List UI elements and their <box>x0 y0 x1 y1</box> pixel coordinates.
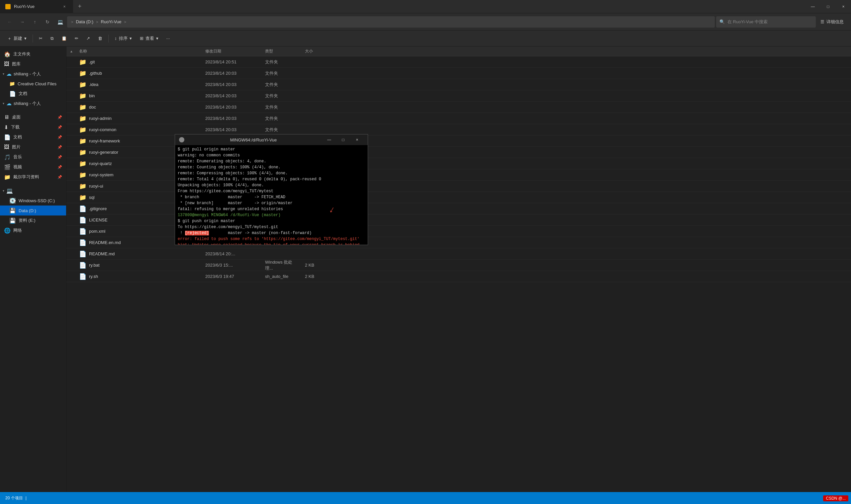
breadcrumb-ruoyi[interactable]: RuoYi-Vue <box>100 19 123 25</box>
file-type: 文件夹 <box>262 70 302 76</box>
table-row[interactable]: 📁 bin 2023/8/14 20:03 文件夹 <box>67 90 851 102</box>
sidebar-item-videos[interactable]: 🎬 视频 📌 <box>0 162 66 172</box>
sidebar-item-windows-ssd[interactable]: 💽 Windows-SSD (C:) <box>0 196 66 205</box>
terminal-minimize-button[interactable]: — <box>322 135 336 145</box>
table-row[interactable]: 📄 README.md 2023/8/14 20:... <box>67 248 851 259</box>
col-header-type[interactable]: 类型 <box>262 47 302 56</box>
table-row[interactable]: 📁 doc 2023/8/14 20:03 文件夹 <box>67 102 851 113</box>
sidebar-item-study[interactable]: 📁 戴尔学习资料 📌 <box>0 172 66 182</box>
computer-icon-button[interactable]: 💻 <box>54 16 66 28</box>
detail-label: 详细信息 <box>827 19 844 25</box>
terminal-close-button[interactable]: × <box>351 135 364 145</box>
new-button[interactable]: ＋ 新建 ▾ <box>4 33 30 44</box>
file-icon: 📁 <box>79 194 86 201</box>
terminal-window: MINGW64:/d/RuoYi-Vue — □ × $ git pull or… <box>175 134 368 245</box>
terminal-maximize-button[interactable]: □ <box>336 135 350 145</box>
sidebar-cloud2-section[interactable]: ▾ ☁ shiliang - 个人 <box>0 98 66 108</box>
sidebar-item-downloads[interactable]: ⬇ 下载 📌 <box>0 122 66 132</box>
status-bar: 20 个项目 | <box>0 492 851 504</box>
detail-button[interactable]: ☰ 详细信息 <box>817 17 847 27</box>
view-button[interactable]: ⊞ 查看 ▾ <box>137 33 162 44</box>
sidebar-item-documents[interactable]: 📄 文档 <box>0 89 66 98</box>
file-icon: 📄 <box>79 273 86 280</box>
docs-icon: 📄 <box>4 134 11 141</box>
sidebar-item-creative-cloud[interactable]: 📁 Creative Cloud Files <box>0 79 66 89</box>
sidebar-item-home[interactable]: 🏠 主文件夹 <box>0 49 66 59</box>
pin-icon-music: 📌 <box>57 155 62 159</box>
windows-ssd-label: Windows-SSD (C:) <box>19 198 55 203</box>
minimize-button[interactable]: — <box>805 0 820 13</box>
cut-button[interactable]: ✂ <box>36 33 46 44</box>
music-label: 音乐 <box>13 154 22 160</box>
rename-button[interactable]: ✏ <box>71 33 82 44</box>
file-name: 📁 .idea <box>76 81 202 88</box>
cut-icon: ✂ <box>39 36 42 41</box>
terminal-line: remote: Enumerating objects: 4, done. <box>178 158 365 164</box>
maximize-button[interactable]: □ <box>820 0 836 13</box>
sidebar-item-docs[interactable]: 📄 文档 📌 <box>0 132 66 142</box>
close-button[interactable]: × <box>836 0 851 13</box>
terminal-line: $ git pull origin master <box>178 146 365 152</box>
table-row[interactable]: 📁 ruoyi-admin 2023/8/14 20:03 文件夹 <box>67 113 851 124</box>
file-name-text: README.en.md <box>89 240 121 245</box>
videos-icon: 🎬 <box>4 164 11 170</box>
col-header-date[interactable]: 修改日期 <box>202 47 262 56</box>
file-icon: 📄 <box>79 216 86 224</box>
search-bar[interactable]: 🔍 在 RuoYi-Vue 中搜索 <box>716 16 816 28</box>
file-icon: 📁 <box>79 171 86 179</box>
forward-button[interactable]: → <box>17 16 28 28</box>
terminal-line: warning: no common commits <box>178 152 365 158</box>
table-row[interactable]: 📁 .git 2023/8/14 20:51 文件夹 <box>67 56 851 68</box>
file-type: sh_auto_file <box>262 274 302 279</box>
delete-button[interactable]: 🗑 <box>95 33 106 44</box>
table-row[interactable]: 📁 .github 2023/8/14 20:03 文件夹 <box>67 68 851 79</box>
table-row[interactable]: 📁 .idea 2023/8/14 20:03 文件夹 <box>67 79 851 90</box>
new-tab-button[interactable]: + <box>73 0 86 13</box>
file-list-header: ▲ 名称 修改日期 类型 大小 <box>67 47 851 56</box>
title-bar: RuoYi-Vue × + — □ × <box>0 0 851 13</box>
terminal-line: From https://gitee.com/mengyi_TUT/mytest <box>178 188 365 194</box>
table-row[interactable]: 📄 ry.bat 2023/6/3 15:... Windows 批处理... … <box>67 259 851 271</box>
more-button[interactable]: ··· <box>163 33 173 44</box>
sidebar-item-data-d[interactable]: 💾 Data (D:) <box>0 205 66 215</box>
file-icon: 📁 <box>79 81 86 88</box>
terminal-win-btns: — □ × <box>322 135 364 145</box>
sidebar-item-pictures[interactable]: 🖼 图片 📌 <box>0 142 66 152</box>
sidebar-item-music[interactable]: 🎵 音乐 📌 <box>0 152 66 162</box>
sort-button[interactable]: ↕ 排序 ▾ <box>111 33 135 44</box>
sidebar-this-pc-section[interactable]: ▾ 💻 <box>0 186 66 196</box>
terminal-line: fatal: refusing to merge unrelated histo… <box>178 206 365 212</box>
file-date: 2023/6/3 15:... <box>202 263 262 268</box>
cloud-icon: ☁ <box>6 71 12 77</box>
view-label: 查看 <box>145 36 154 41</box>
file-date: 2023/8/14 20:51 <box>202 59 262 65</box>
breadcrumb-bar: > Data (D:) > RuoYi-Vue > <box>67 16 715 28</box>
sidebar-item-network[interactable]: 🌐 网络 <box>0 226 66 235</box>
table-row[interactable]: 📁 ruoyi-common 2023/8/14 20:03 文件夹 <box>67 124 851 136</box>
tab-close-button[interactable]: × <box>61 3 68 10</box>
table-row[interactable]: 📄 ry.sh 2023/6/3 19:47 sh_auto_file 2 KB <box>67 271 851 282</box>
breadcrumb-data-d[interactable]: Data (D:) <box>74 19 95 25</box>
file-name: 📄 ry.sh <box>76 273 202 280</box>
file-name-text: ry.bat <box>89 263 100 268</box>
network-icon: 🌐 <box>4 228 11 234</box>
paste-button[interactable]: 📋 <box>58 33 70 44</box>
downloads-icon: ⬇ <box>4 124 8 130</box>
share-button[interactable]: ↗ <box>83 33 93 44</box>
up-button[interactable]: ↑ <box>29 16 40 28</box>
cloud2-icon: ☁ <box>6 100 12 107</box>
data-d-icon: 💾 <box>9 208 16 214</box>
refresh-button[interactable]: ↻ <box>42 16 53 28</box>
active-tab[interactable]: RuoYi-Vue × <box>0 0 73 13</box>
breadcrumb-sep-3: > <box>124 20 126 24</box>
back-button[interactable]: ← <box>4 16 15 28</box>
col-header-size[interactable]: 大小 <box>302 47 336 56</box>
copy-button[interactable]: ⧉ <box>47 33 57 44</box>
gallery-icon: 🖼 <box>4 61 9 67</box>
sidebar-item-data-e[interactable]: 💾 资料 (E:) <box>0 215 66 226</box>
sidebar-item-desktop[interactable]: 🖥 桌面 📌 <box>0 112 66 122</box>
sidebar-item-gallery[interactable]: 🖼 图库 <box>0 59 66 69</box>
cloud2-label: shiliang - 个人 <box>14 101 41 107</box>
sidebar-cloud-section[interactable]: ▾ ☁ shiliang - 个人 <box>0 69 66 79</box>
col-header-name[interactable]: 名称 <box>76 47 202 56</box>
